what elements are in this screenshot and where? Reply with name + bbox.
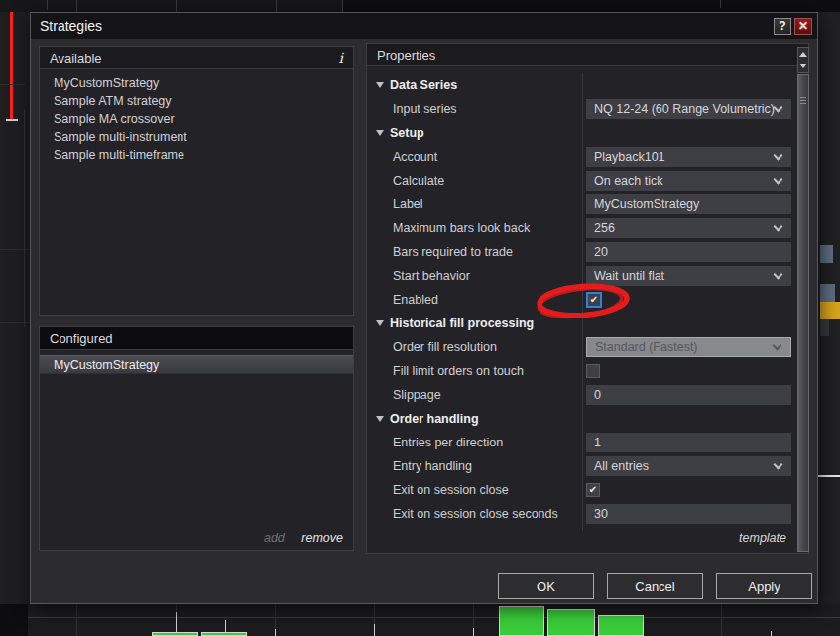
help-button[interactable]: ? <box>774 18 791 35</box>
chart-cursor-line <box>10 12 13 121</box>
fill-limit-orders-checkbox[interactable] <box>586 364 600 378</box>
list-item[interactable]: MyCustomStrategy <box>40 74 353 92</box>
section-label: Historical fill processing <box>390 317 534 330</box>
exit-on-session-close-checkbox[interactable]: ✔ <box>586 483 600 497</box>
price-axis-label <box>820 284 835 302</box>
list-item[interactable]: Sample multi-timeframe <box>40 146 353 164</box>
dropdown-value: Playback101 <box>586 150 775 164</box>
candle-wick <box>176 612 177 633</box>
candle-wick <box>225 620 226 633</box>
properties-header-label: Properties <box>377 48 435 63</box>
section-header-data-series[interactable]: Data Series <box>368 73 796 97</box>
property-label: Label <box>368 197 423 211</box>
volume-bar <box>201 632 247 636</box>
list-item[interactable]: Sample ATM strategy <box>40 92 353 110</box>
gridline <box>0 617 840 618</box>
property-row: Maximum bars look back 256 <box>368 216 796 240</box>
chart-background-top-dark <box>342 0 840 12</box>
property-row: Bars required to trade <box>368 240 796 264</box>
section-label: Order handling <box>390 412 479 426</box>
dropdown-value: Standard (Fastest) <box>587 340 774 354</box>
exit-session-seconds-input[interactable] <box>586 504 791 524</box>
section-header-setup[interactable]: Setup <box>368 121 796 145</box>
calculate-dropdown[interactable]: On each tick <box>586 171 791 191</box>
close-icon: ✕ <box>798 19 808 33</box>
gridline <box>0 84 25 85</box>
add-link[interactable]: add <box>264 531 285 545</box>
candle-wick <box>771 631 772 636</box>
chevron-down-icon <box>774 222 783 232</box>
chevron-down-icon <box>774 460 783 470</box>
collapse-triangle-icon <box>376 82 384 88</box>
scrollbar-arrows <box>797 47 809 73</box>
property-label: Entries per direction <box>368 436 503 449</box>
candle-wick <box>473 628 474 636</box>
close-button[interactable]: ✕ <box>794 18 812 35</box>
property-label: Slippage <box>368 388 441 402</box>
collapse-triangle-icon <box>376 130 384 136</box>
account-dropdown[interactable]: Playback101 <box>586 147 791 167</box>
property-row: Calculate On each tick <box>368 169 796 192</box>
section-header-historical-fill[interactable]: Historical fill processing <box>368 312 796 335</box>
section-header-order-handling[interactable]: Order handling <box>368 407 796 431</box>
enabled-checkbox[interactable]: ✔ <box>586 292 602 308</box>
slippage-input[interactable] <box>586 385 791 405</box>
start-behavior-dropdown[interactable]: Wait until flat <box>586 266 791 286</box>
scroll-up-icon[interactable] <box>799 52 807 57</box>
properties-panel: Properties Data Series Input series NQ 1… <box>366 43 809 554</box>
chart-cursor-tick <box>6 119 18 121</box>
dropdown-value: On each tick <box>586 174 775 188</box>
entries-per-direction-input[interactable] <box>586 433 791 452</box>
property-label: Account <box>368 150 437 164</box>
volume-bar <box>598 615 644 636</box>
property-row: Fill limit orders on touch <box>368 359 796 383</box>
list-item[interactable]: Sample MA crossover <box>40 110 353 128</box>
max-bars-look-back-dropdown[interactable]: 256 <box>586 218 791 238</box>
cancel-button[interactable]: Cancel <box>607 573 703 599</box>
gridline <box>47 0 48 10</box>
property-row: Entry handling All entries <box>368 454 796 478</box>
scrollbar-thumb[interactable] <box>797 74 809 552</box>
template-link[interactable]: template <box>739 531 786 545</box>
info-icon[interactable]: i <box>339 50 343 65</box>
list-item[interactable]: Sample multi-instrument <box>40 128 353 146</box>
list-item-selected[interactable]: MyCustomStrategy <box>40 355 353 374</box>
chevron-down-icon <box>774 175 783 185</box>
gridline <box>721 604 722 636</box>
candle-wick <box>275 629 276 636</box>
input-series-dropdown[interactable]: NQ 12-24 (60 Range Volumetric) <box>586 99 791 119</box>
property-label: Fill limit orders on touch <box>368 364 524 378</box>
list-actions: add remove <box>264 531 343 545</box>
check-icon: ✔ <box>589 485 597 495</box>
dropdown-value: 256 <box>586 221 775 235</box>
chevron-down-icon <box>774 151 783 161</box>
configured-list: MyCustomStrategy add remove <box>40 350 353 549</box>
configured-header: Configured <box>40 327 353 350</box>
property-row: Label <box>368 192 796 216</box>
property-row: Order fill resolution Standard (Fastest) <box>368 335 796 359</box>
available-header-label: Available <box>50 51 102 65</box>
property-label: Exit on session close seconds <box>368 507 558 521</box>
entry-handling-dropdown[interactable]: All entries <box>586 456 791 476</box>
dropdown-value: All entries <box>586 459 775 473</box>
property-row: Start behavior Wait until flat <box>368 264 796 288</box>
apply-button[interactable]: Apply <box>716 573 812 599</box>
scroll-down-icon[interactable] <box>799 64 807 68</box>
section-label: Setup <box>390 126 424 140</box>
label-input[interactable] <box>586 194 791 214</box>
remove-link[interactable]: remove <box>301 531 343 545</box>
dialog-titlebar[interactable]: Strategies ? ✕ <box>31 13 817 39</box>
properties-rows: Data Series Input series NQ 12-24 (60 Ra… <box>368 73 796 526</box>
configured-header-label: Configured <box>50 331 113 346</box>
gridline <box>720 0 721 8</box>
available-list: MyCustomStrategy Sample ATM strategy Sam… <box>40 69 353 164</box>
available-header: Available i <box>40 47 353 69</box>
property-row: Exit on session close seconds <box>368 502 796 526</box>
property-label: Order fill resolution <box>368 340 497 354</box>
screen: Strategies ? ✕ Available i MyCustomStrat… <box>0 0 840 636</box>
property-label: Bars required to trade <box>368 245 513 259</box>
scrollbar-grip-icon <box>800 97 806 106</box>
ok-button[interactable]: OK <box>498 573 594 599</box>
section-label: Data Series <box>390 78 457 92</box>
bars-required-input[interactable] <box>586 242 791 262</box>
